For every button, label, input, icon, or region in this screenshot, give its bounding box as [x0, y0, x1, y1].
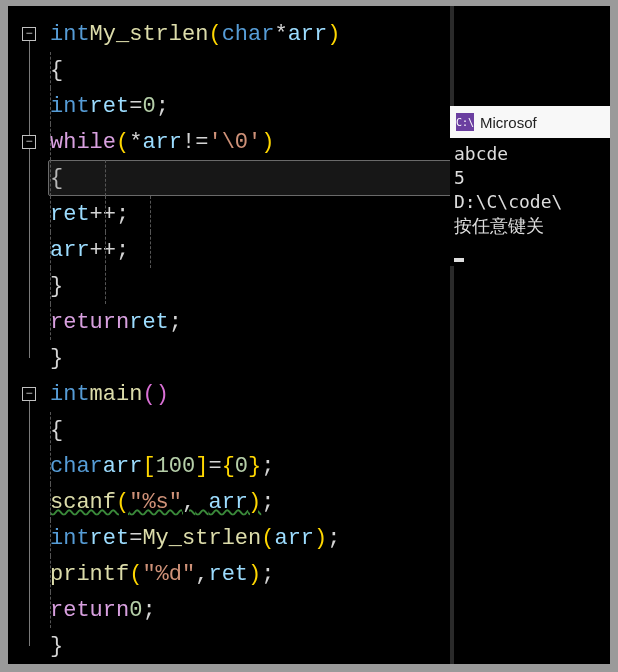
code-line[interactable]: return ret; [50, 304, 610, 340]
console-title-text: Microsof [480, 114, 537, 131]
gutter: − − − [8, 6, 50, 664]
code-line[interactable]: scanf("%s", arr); [50, 484, 610, 520]
fold-toggle[interactable]: − [22, 387, 36, 401]
code-line[interactable]: int main() [50, 376, 610, 412]
code-line[interactable]: return 0; [50, 592, 610, 628]
code-line[interactable]: } [50, 628, 610, 664]
console-cursor [454, 258, 464, 262]
console-window: C:\ Microsof abcde5D:\C\code\按任意键关 [450, 106, 610, 266]
console-line: D:\C\code\ [454, 190, 606, 214]
code-editor[interactable]: int My_strlen(char*arr) { int ret = 0; w… [50, 6, 610, 664]
code-line[interactable]: { [50, 412, 610, 448]
code-line[interactable]: char arr[100] = {0}; [50, 448, 610, 484]
code-line[interactable]: { [50, 52, 610, 88]
console-output[interactable]: abcde5D:\C\code\按任意键关 [450, 138, 610, 266]
console-titlebar[interactable]: C:\ Microsof [450, 106, 610, 138]
code-line[interactable]: int My_strlen(char*arr) [50, 16, 610, 52]
console-line: 5 [454, 166, 606, 190]
code-line[interactable]: printf("%d", ret); [50, 556, 610, 592]
editor-window: − − − int My_strlen(char*arr) { int ret … [8, 6, 610, 664]
console-line: abcde [454, 142, 606, 166]
code-line[interactable]: } [50, 268, 610, 304]
console-icon: C:\ [456, 113, 474, 131]
fold-toggle[interactable]: − [22, 135, 36, 149]
console-line: 按任意键关 [454, 214, 606, 238]
code-line[interactable]: int ret = My_strlen(arr); [50, 520, 610, 556]
code-line[interactable]: } [50, 340, 610, 376]
split-divider[interactable] [450, 6, 454, 664]
fold-toggle[interactable]: − [22, 27, 36, 41]
